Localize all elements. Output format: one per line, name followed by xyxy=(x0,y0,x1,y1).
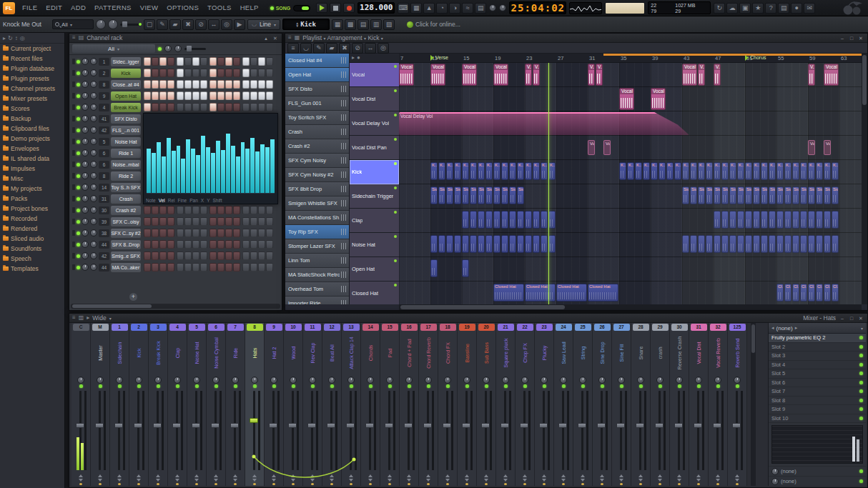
graph-bar[interactable] xyxy=(236,156,240,193)
step-cell[interactable] xyxy=(152,252,159,260)
fader-handle[interactable] xyxy=(520,423,528,428)
close-icon[interactable]: ✕ xyxy=(272,35,279,41)
step-cell[interactable] xyxy=(167,252,174,260)
mixer-strip-plucky[interactable]: 23Plucky xyxy=(535,323,554,486)
step-cell[interactable] xyxy=(200,57,207,66)
clip-vocal[interactable]: Vocal xyxy=(399,64,414,86)
step-cell[interactable] xyxy=(258,103,265,111)
step-cell[interactable] xyxy=(159,91,167,100)
scroll-down-icon[interactable] xyxy=(310,479,315,482)
channel-pan-knob[interactable] xyxy=(82,92,89,99)
paint-tool-icon[interactable]: ▰ xyxy=(169,19,181,30)
minimize-icon[interactable]: – xyxy=(839,315,846,322)
clip-pat[interactable] xyxy=(745,211,752,229)
step-cell[interactable] xyxy=(225,91,232,100)
clip-pat[interactable] xyxy=(517,235,524,253)
clip-pat[interactable] xyxy=(808,235,815,253)
piano-roll-window-icon[interactable]: ▩ xyxy=(345,19,356,30)
step-cell[interactable] xyxy=(266,206,273,214)
mixer-strip-break-kick[interactable]: 3Break Kick xyxy=(149,323,168,486)
step-cell[interactable] xyxy=(167,206,174,214)
channel-target-number[interactable]: 1 xyxy=(99,58,109,66)
channel-target-number[interactable]: 2 xyxy=(99,69,109,77)
step-cell[interactable] xyxy=(225,229,232,237)
step-cell[interactable] xyxy=(200,206,207,214)
clip-pat[interactable] xyxy=(470,211,477,229)
playlist-lane-noise-hat[interactable] xyxy=(399,233,862,257)
scroll-up-icon[interactable] xyxy=(696,474,701,477)
fx-enable-led[interactable] xyxy=(859,389,863,393)
scroll-up-icon[interactable] xyxy=(523,474,527,477)
volume-fader[interactable] xyxy=(458,389,476,473)
playlist-track-header-open-hat[interactable]: Open Hat xyxy=(350,257,399,282)
fader-handle[interactable] xyxy=(327,423,335,428)
mute-led[interactable] xyxy=(292,384,295,388)
step-cell[interactable] xyxy=(144,206,151,214)
clip-pat[interactable] xyxy=(832,211,839,229)
track-mute-led[interactable] xyxy=(394,89,397,92)
step-cell[interactable] xyxy=(242,57,250,66)
send-led[interactable] xyxy=(859,479,863,483)
step-cell[interactable] xyxy=(233,103,240,111)
volume-fader[interactable] xyxy=(71,389,90,473)
volume-fader[interactable] xyxy=(342,389,360,473)
mute-led[interactable] xyxy=(99,384,102,388)
channel-volume-knob[interactable] xyxy=(90,161,97,168)
step-cell[interactable] xyxy=(167,80,174,89)
step-cell[interactable] xyxy=(144,103,151,111)
step-cell[interactable] xyxy=(167,91,174,100)
clip-k-2[interactable]: K..2 xyxy=(470,162,477,180)
tempo-display[interactable]: 128.000 xyxy=(357,2,395,14)
step-cell[interactable] xyxy=(209,103,217,111)
clip-vocal[interactable]: Vocal xyxy=(651,88,666,110)
clip-pat[interactable] xyxy=(501,235,508,253)
volume-fader[interactable] xyxy=(168,389,187,473)
step-cell[interactable] xyxy=(250,80,257,89)
clip-sid-2[interactable]: Sid..2 xyxy=(690,186,697,204)
volume-fader[interactable] xyxy=(129,389,148,473)
channel-name-button[interactable]: Sidec..igger xyxy=(111,57,141,66)
mixer-strip-wood[interactable]: 10Wood xyxy=(284,323,303,486)
menu-tools[interactable]: TOOLS xyxy=(203,0,236,16)
clip-sid-2[interactable]: Sid..2 xyxy=(745,186,752,204)
step-cell[interactable] xyxy=(225,206,232,214)
step-cell[interactable] xyxy=(266,240,273,249)
wait-icon[interactable]: ◑ xyxy=(449,3,460,14)
clip-vocal[interactable]: Vocal xyxy=(824,64,839,86)
mute-led[interactable] xyxy=(639,384,643,388)
clip-pat[interactable] xyxy=(769,235,776,253)
clip-sid-2[interactable]: Sid..2 xyxy=(501,186,508,204)
scroll-up-icon[interactable] xyxy=(445,474,450,477)
mixer-track-number[interactable]: 11 xyxy=(305,324,321,331)
scroll-up-icon[interactable] xyxy=(600,474,604,477)
fader-handle[interactable] xyxy=(655,423,664,428)
volume-fader[interactable] xyxy=(419,389,438,473)
scroll-up-icon[interactable] xyxy=(137,474,141,477)
menu-file[interactable]: FILE xyxy=(18,0,41,16)
scroll-up-icon[interactable] xyxy=(542,474,546,477)
browser-item-project-bones[interactable]: Project bones xyxy=(0,204,64,214)
scroll-down-icon[interactable] xyxy=(581,479,585,482)
pattern-title[interactable]: Kick xyxy=(368,34,379,41)
step-cell[interactable] xyxy=(177,91,184,100)
clip-k-2[interactable]: K..2 xyxy=(690,162,697,180)
pan-knob[interactable] xyxy=(444,377,451,384)
clip-k-2[interactable]: K..2 xyxy=(698,162,705,180)
picker-item-sfx-8bit-drop[interactable]: SFX 8bit Drop xyxy=(285,182,349,196)
clip-sid-2[interactable]: Sid..2 xyxy=(454,186,461,204)
clip-pat[interactable] xyxy=(501,211,508,229)
scroll-up-icon[interactable] xyxy=(79,474,83,477)
channel-name-button[interactable]: SFX 8..Drop xyxy=(111,240,141,249)
graph-bar[interactable] xyxy=(226,134,230,193)
online-icon[interactable]: ☁ xyxy=(726,3,738,14)
channel-volume-knob[interactable] xyxy=(90,264,97,271)
step-cell[interactable] xyxy=(167,103,174,111)
fx-slot-3[interactable]: Slot 3 xyxy=(769,352,866,361)
mute-tool-icon[interactable]: ⊘ xyxy=(195,19,207,30)
shuffle-slider[interactable] xyxy=(120,20,142,29)
menu-icon[interactable]: ≡ xyxy=(287,43,299,54)
channel-name-button[interactable]: Ride 1 xyxy=(111,149,141,158)
channel-volume-knob[interactable] xyxy=(90,126,97,134)
mixer-strip-chord-reverb[interactable]: 17Chord Reverb xyxy=(419,323,438,486)
clip-k-2[interactable]: K..2 xyxy=(509,162,516,180)
